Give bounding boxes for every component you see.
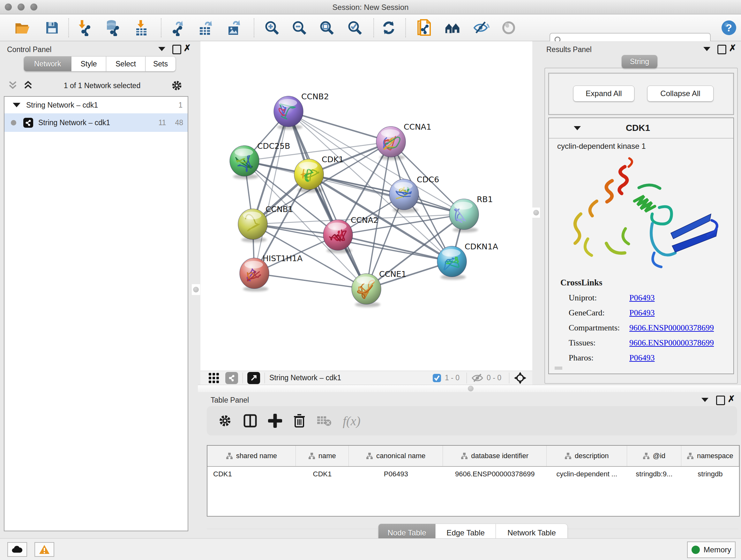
help-button[interactable]: ? <box>721 19 737 36</box>
table-cell[interactable]: P06493 <box>349 470 443 478</box>
control-panel-menu-icon[interactable] <box>158 47 165 51</box>
splitter-handle[interactable] <box>193 287 199 293</box>
tree-expand-icon[interactable] <box>13 103 20 107</box>
crosslink-link[interactable]: P06493 <box>629 353 655 363</box>
results-panel-close-icon[interactable]: ✗ <box>729 45 736 52</box>
table-columns-button[interactable] <box>243 414 257 428</box>
crosslink-link[interactable]: 9606.ENSP00000378699 <box>629 338 714 348</box>
string-panel-toggle-button[interactable] <box>225 372 238 384</box>
expand-all-icon[interactable] <box>22 80 34 91</box>
network-options-gear-icon[interactable] <box>171 79 183 92</box>
table-delete-button[interactable] <box>293 414 306 428</box>
control-panel-float-icon[interactable] <box>172 45 181 54</box>
results-panel-float-icon[interactable] <box>718 45 726 54</box>
splitter-handle[interactable] <box>533 210 539 215</box>
column-header-databaseidentifier[interactable]: database identifier <box>443 446 546 466</box>
export-network-button[interactable] <box>169 19 186 36</box>
birdseye-grid-icon[interactable] <box>207 372 220 384</box>
table-row[interactable]: CDK1CDK1P064939606.ENSP00000378699cyclin… <box>207 467 739 482</box>
column-header-canonicalname[interactable]: canonical name <box>349 446 443 466</box>
node-CDKN1A[interactable]: CDKN1A <box>437 242 498 280</box>
node-CCNA2[interactable]: CCNA2 <box>323 215 379 253</box>
tab-style[interactable]: Style <box>71 56 106 71</box>
table-panel-menu-icon[interactable] <box>701 398 709 402</box>
import-table-button[interactable] <box>133 19 149 36</box>
table-panel-float-icon[interactable] <box>716 395 725 405</box>
memory-button[interactable]: Memory <box>687 542 736 558</box>
column-header-description[interactable]: description <box>547 446 627 466</box>
table-gear-button[interactable] <box>218 414 232 428</box>
node-gloss <box>243 212 261 219</box>
import-network-button[interactable] <box>76 19 92 36</box>
control-panel: Control Panel ✗ NetworkStyleSelectSets 1… <box>0 41 192 539</box>
crosslink-link[interactable]: P06493 <box>629 308 655 318</box>
column-header-sharedname[interactable]: shared name <box>207 446 296 466</box>
results-panel-menu-icon[interactable] <box>703 47 711 51</box>
tab-network[interactable]: Network <box>23 56 71 71</box>
table-cell[interactable]: stringdb:9... <box>627 470 681 478</box>
zoom-fit-button[interactable] <box>319 19 335 36</box>
section-collapse-icon[interactable] <box>574 126 581 130</box>
crosslink-row: Compartments:9606.ENSP00000378699 <box>569 323 728 333</box>
selected-checkbox-icon[interactable] <box>432 373 442 383</box>
table-cell[interactable]: CDK1 <box>296 470 349 478</box>
warnings-button[interactable] <box>35 542 54 557</box>
control-panel-close-icon[interactable]: ✗ <box>184 45 191 52</box>
pan-move-icon[interactable] <box>514 372 527 384</box>
node-CCNB1[interactable]: CCNB1 <box>238 205 293 242</box>
hide-panel-button[interactable] <box>473 19 489 36</box>
column-header-name[interactable]: name <box>296 446 349 466</box>
open-session-button[interactable] <box>14 19 31 36</box>
network-from-document-button[interactable] <box>415 19 432 36</box>
node-HIST1H1A[interactable]: HIST1H1A <box>240 254 302 292</box>
export-table-button[interactable] <box>197 19 214 36</box>
save-session-button[interactable] <box>44 19 60 36</box>
import-database-button[interactable] <box>104 19 121 36</box>
export-image-button[interactable] <box>225 19 242 36</box>
node-CCNB2[interactable]: CCNB2 <box>274 92 329 130</box>
hidden-eye-icon[interactable] <box>471 373 483 383</box>
tab-select[interactable]: Select <box>106 56 145 71</box>
table-cell[interactable]: stringdb <box>681 470 739 478</box>
refresh-layout-button[interactable] <box>381 19 397 36</box>
detach-view-button[interactable] <box>247 372 260 384</box>
network-row-selected[interactable]: String Network – cdk1 11 48 <box>4 113 188 132</box>
edge-CCNA2-CDKN1A[interactable] <box>338 235 452 261</box>
collapse-all-icon[interactable] <box>7 80 18 91</box>
table-splitter[interactable] <box>198 385 741 392</box>
table-cell[interactable]: 9606.ENSP00000378699 <box>443 470 547 478</box>
tab-sets[interactable]: Sets <box>145 56 176 71</box>
cloud-button[interactable] <box>7 542 27 557</box>
edge-HIST1H1A-CCNE1[interactable] <box>254 273 366 289</box>
zoom-selected-button[interactable] <box>347 19 363 36</box>
zoom-in-button[interactable] <box>264 19 280 36</box>
node-CDC6[interactable]: CDC6 <box>389 175 439 212</box>
node-CCNE1[interactable]: CCNE1 <box>352 269 406 307</box>
zoom-out-button[interactable] <box>291 19 308 36</box>
crosslink-link[interactable]: P06493 <box>629 293 655 303</box>
tab-string[interactable]: String <box>622 55 657 68</box>
cdk1-section-header[interactable]: CDK1 <box>549 118 733 138</box>
toolbar-separator <box>405 18 406 37</box>
collapse-all-button[interactable]: Collapse All <box>647 85 714 102</box>
results-scrollbar-thumb[interactable] <box>555 367 562 370</box>
section-title: CDK1 <box>581 123 695 133</box>
table-cell[interactable]: cyclin-dependent ... <box>547 470 627 478</box>
edge-CCNB2-CCNA1[interactable] <box>288 111 391 142</box>
column-header-id[interactable]: @id <box>627 446 681 466</box>
node-label-CCNE1: CCNE1 <box>379 269 406 279</box>
crosslink-link[interactable]: 9606.ENSP00000378699 <box>629 323 714 333</box>
right-splitter[interactable] <box>532 41 540 385</box>
node-RB1[interactable]: RB1 <box>449 195 493 233</box>
network-canvas[interactable]: CCNB2CCNA1CDC25BCDK1CDC6RB1CCNB1CCNA2CDK… <box>200 41 532 371</box>
column-header-namespace[interactable]: namespace <box>681 446 739 466</box>
home-button[interactable] <box>444 19 461 36</box>
network-collection-row[interactable]: String Network – cdk1 1 <box>4 97 188 113</box>
table-panel-close-icon[interactable]: ✗ <box>728 395 735 402</box>
expand-all-button[interactable]: Expand All <box>573 85 634 102</box>
splitter-handle[interactable] <box>468 386 474 391</box>
inspector-orb-button[interactable] <box>500 19 517 36</box>
table-add-button[interactable] <box>268 414 282 428</box>
table-cell[interactable]: CDK1 <box>207 470 296 478</box>
edge-count: 48 <box>175 118 183 127</box>
